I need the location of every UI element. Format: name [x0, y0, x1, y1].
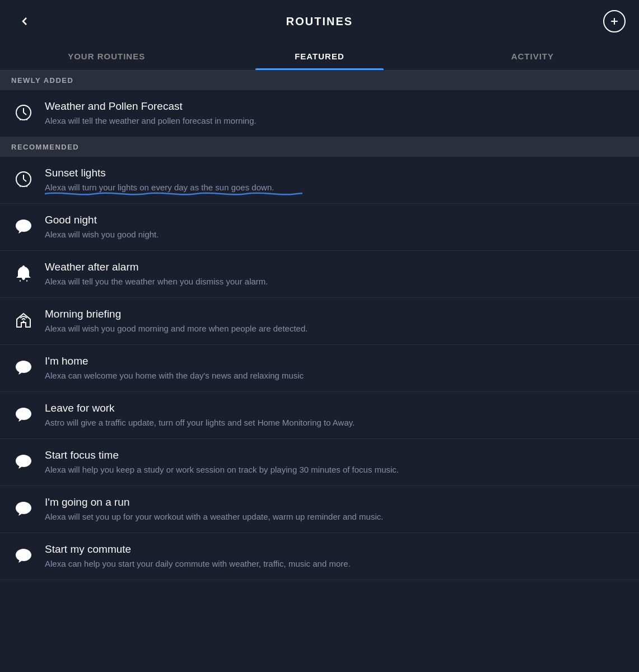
- speech-icon: [11, 496, 36, 521]
- bell-icon: [11, 261, 36, 286]
- routine-content: Leave for work Astro will give a traffic…: [45, 402, 628, 428]
- routine-content: Weather after alarm Alexa will tell you …: [45, 261, 628, 287]
- routine-title: Good night: [45, 214, 628, 226]
- back-button[interactable]: [13, 10, 36, 32]
- routine-item-start-focus-time[interactable]: Start focus time Alexa will help you kee…: [0, 439, 639, 486]
- speech-icon: [11, 449, 36, 474]
- routine-content: Sunset lights Alexa will turn your light…: [45, 167, 628, 193]
- routine-item-weather-pollen[interactable]: Weather and Pollen Forecast Alexa will t…: [0, 90, 639, 137]
- routine-content: I'm going on a run Alexa will set you up…: [45, 496, 628, 522]
- routine-item-leave-for-work[interactable]: Leave for work Astro will give a traffic…: [0, 392, 639, 439]
- speech-icon: [11, 543, 36, 568]
- page-title: ROUTINES: [286, 15, 353, 28]
- routine-content: Weather and Pollen Forecast Alexa will t…: [45, 100, 628, 127]
- svg-line-9: [24, 179, 26, 181]
- speech-icon: [11, 214, 36, 239]
- routine-content: Good night Alexa will wish you good nigh…: [45, 214, 628, 240]
- clock-icon: [11, 167, 36, 192]
- routine-desc: Alexa will turn your lights on every day…: [45, 181, 628, 193]
- add-button[interactable]: [603, 10, 626, 32]
- routine-title: Weather after alarm: [45, 261, 628, 273]
- routine-title: I'm home: [45, 355, 628, 367]
- routine-title: Start focus time: [45, 449, 628, 461]
- routine-item-morning-briefing[interactable]: Morning briefing Alexa will wish you goo…: [0, 298, 639, 345]
- routine-content: Start focus time Alexa will help you kee…: [45, 449, 628, 475]
- speech-icon: [11, 402, 36, 427]
- tab-your-routines[interactable]: YOUR ROUTINES: [0, 43, 213, 70]
- routine-item-im-home[interactable]: I'm home Alexa can welcome you home with…: [0, 345, 639, 392]
- speech-icon: [11, 355, 36, 380]
- svg-line-4: [24, 113, 26, 115]
- tab-featured[interactable]: FEATURED: [213, 43, 426, 70]
- routine-title: Weather and Pollen Forecast: [45, 100, 628, 113]
- routine-desc: Alexa will wish you good night.: [45, 228, 628, 240]
- tab-activity[interactable]: ACTIVITY: [426, 43, 639, 70]
- routine-title: Leave for work: [45, 402, 628, 414]
- routine-desc: Alexa will wish you good morning and mor…: [45, 323, 628, 334]
- routine-item-im-going-on-a-run[interactable]: I'm going on a run Alexa will set you up…: [0, 486, 639, 533]
- routine-content: Morning briefing Alexa will wish you goo…: [45, 308, 628, 334]
- clock-icon: [11, 100, 36, 125]
- routine-desc: Alexa will tell you the weather when you…: [45, 276, 628, 287]
- routine-title: Start my commute: [45, 543, 628, 556]
- routine-item-sunset-lights[interactable]: Sunset lights Alexa will turn your light…: [0, 157, 639, 204]
- routine-desc: Alexa will set you up for your workout w…: [45, 511, 628, 522]
- routine-desc: Alexa will tell the weather and pollen f…: [45, 115, 628, 127]
- svg-point-14: [23, 321, 25, 323]
- routine-content: I'm home Alexa can welcome you home with…: [45, 355, 628, 381]
- routine-item-weather-after-alarm[interactable]: Weather after alarm Alexa will tell you …: [0, 251, 639, 298]
- routine-title: Sunset lights: [45, 167, 628, 179]
- routine-desc: Astro will give a traffic update, turn o…: [45, 417, 628, 428]
- routine-desc: Alexa can help you start your daily comm…: [45, 558, 628, 570]
- section-recommended: RECOMMENDED: [0, 137, 639, 157]
- routine-title: Morning briefing: [45, 308, 628, 320]
- routine-content: Start my commute Alexa can help you star…: [45, 543, 628, 570]
- routine-title: I'm going on a run: [45, 496, 628, 508]
- wifi-home-icon: [11, 308, 36, 333]
- tab-bar: YOUR ROUTINES FEATURED ACTIVITY: [0, 43, 639, 71]
- routine-item-start-my-commute[interactable]: Start my commute Alexa can help you star…: [0, 533, 639, 580]
- section-newly-added: NEWLY ADDED: [0, 71, 639, 90]
- routine-desc: Alexa can welcome you home with the day'…: [45, 370, 628, 381]
- routine-desc: Alexa will help you keep a study or work…: [45, 464, 628, 475]
- header: ROUTINES: [0, 0, 639, 43]
- routine-item-good-night[interactable]: Good night Alexa will wish you good nigh…: [0, 204, 639, 251]
